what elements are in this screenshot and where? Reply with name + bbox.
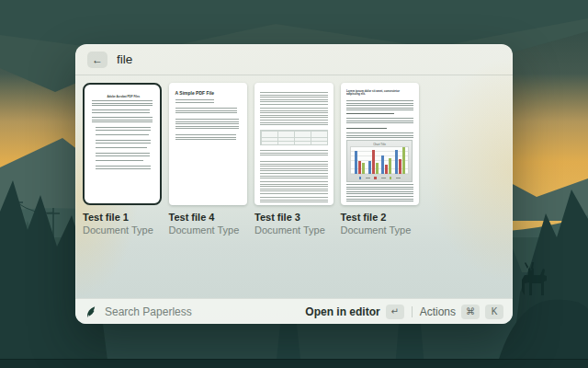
back-button[interactable]: ←: [87, 52, 107, 68]
actions-label: Actions: [420, 305, 456, 318]
document-thumbnail: Lorem ipsum dolor sit amet, consectetur …: [341, 83, 420, 205]
search-input[interactable]: [117, 52, 429, 66]
primary-action-button[interactable]: Open in editor ↵: [305, 305, 403, 319]
result-subtitle: Document Type: [341, 224, 420, 236]
action-bar: Search Paperless Open in editor ↵ Action…: [75, 298, 513, 324]
result-card-test-file-4[interactable]: A Simple PDF File Test file 4 Document T…: [169, 83, 248, 236]
doc-page-title: A Simple PDF File: [175, 90, 242, 96]
primary-action-label: Open in editor: [305, 305, 379, 318]
result-card-test-file-1[interactable]: Adobe Acrobat PDF Files Test file 1 Docu…: [83, 83, 162, 236]
result-subtitle: Document Type: [169, 224, 248, 236]
app-label: Search Paperless: [105, 305, 192, 318]
footer-divider: [412, 306, 413, 317]
k-key-icon: K: [485, 305, 503, 319]
search-header: ←: [75, 44, 513, 75]
back-arrow-icon: ←: [92, 53, 103, 66]
doc-chart: Chart Title: [346, 140, 413, 182]
doc-page-title: Adobe Acrobat PDF Files: [107, 95, 137, 98]
doc-page-title: Lorem ipsum dolor sit amet, consectetur …: [346, 89, 414, 96]
result-subtitle: Document Type: [83, 224, 162, 236]
document-thumbnail: [254, 83, 334, 205]
document-thumbnail: A Simple PDF File: [169, 83, 248, 205]
app-indicator: Search Paperless: [85, 305, 192, 318]
launcher-window: ← Adobe Acrobat PDF Files: [75, 44, 513, 324]
result-title: Test file 4: [169, 212, 248, 224]
result-title: Test file 1: [83, 212, 162, 224]
result-subtitle: Document Type: [254, 224, 334, 236]
chart-title: Chart Title: [365, 143, 394, 145]
enter-key-icon: ↵: [386, 305, 404, 319]
result-title: Test file 2: [341, 212, 420, 224]
chart-legend: [350, 177, 409, 179]
cmd-key-icon: ⌘: [461, 305, 480, 319]
actions-button[interactable]: Actions ⌘ K: [420, 305, 503, 319]
results-grid: Adobe Acrobat PDF Files Test file 1 Docu…: [75, 75, 513, 236]
result-card-test-file-2[interactable]: Lorem ipsum dolor sit amet, consectetur …: [341, 83, 420, 236]
document-thumbnail: Adobe Acrobat PDF Files: [83, 83, 162, 205]
bottom-strip: [0, 360, 588, 368]
paperless-leaf-icon: [85, 305, 97, 318]
result-card-test-file-3[interactable]: Test file 3 Document Type: [254, 83, 334, 236]
result-title: Test file 3: [254, 212, 334, 224]
mini-chart-plot: [350, 146, 409, 175]
doc-table: [260, 130, 328, 145]
